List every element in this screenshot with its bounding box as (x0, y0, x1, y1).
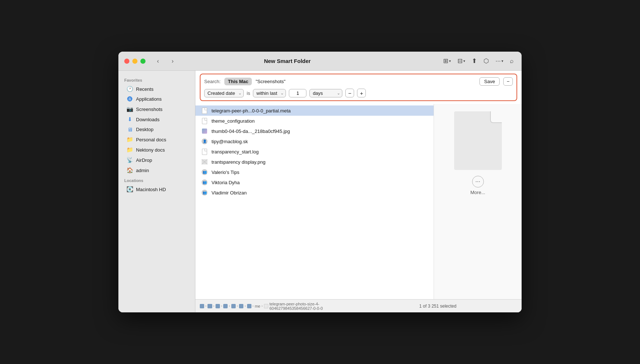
path-filename: telegram-peer-photo-size-4-6046279845358… (269, 302, 358, 311)
filter-value-input[interactable] (289, 89, 306, 97)
filter-attribute-select[interactable]: Created date (204, 89, 244, 97)
chevron-down-icon: ▾ (449, 59, 451, 63)
close-button[interactable] (124, 59, 129, 64)
sidebar-item-label: AirDrop (136, 157, 152, 163)
table-row[interactable]: trantsparency display.png (195, 157, 434, 167)
path-icon-4 (223, 304, 228, 308)
tag-button[interactable]: ⬡ (481, 56, 491, 66)
share-button[interactable]: ⬆ (470, 56, 479, 66)
path-arrow: › (261, 304, 262, 308)
nektony-docs-icon: 📁 (126, 146, 133, 153)
sidebar-item-screenshots[interactable]: 📷 Screenshots (121, 104, 193, 114)
file-icon (201, 128, 208, 134)
filter-remove-button[interactable]: − (345, 89, 354, 97)
search-row-1: Search: This Mac "Screenshots" Save − (204, 77, 513, 86)
view-icon: ⊞ (443, 57, 448, 65)
file-icon (201, 107, 208, 114)
sidebar-item-label: Macintosh HD (136, 187, 166, 192)
file-name: trantsparency display.png (212, 159, 265, 165)
sidebar-item-macintosh-hd[interactable]: 💽 Macintosh HD (121, 184, 193, 194)
main-content: Search: This Mac "Screenshots" Save − Cr… (195, 71, 522, 312)
filter-unit-select[interactable]: days (309, 89, 342, 97)
table-row[interactable]: 👥 Viktoria Dyha (195, 177, 434, 187)
sidebar-item-label: Screenshots (136, 107, 162, 112)
path-segment: › › › › › › › me › (200, 302, 358, 311)
table-row[interactable]: 👤 tipy@macblog.sk (195, 136, 434, 146)
minimize-button[interactable] (132, 59, 137, 64)
preview-more-button[interactable]: ··· More... (470, 176, 485, 195)
preview-icon (454, 111, 502, 170)
sidebar-item-label: Desktop (136, 127, 154, 132)
sidebar-item-downloads[interactable]: ⬇ Downloads (121, 114, 193, 125)
sidebar-item-applications[interactable]: 🅐 Applications (121, 94, 193, 104)
filter-add-button[interactable]: + (357, 89, 366, 97)
more-icon: ··· (472, 176, 484, 187)
sidebar-item-nektony-docs[interactable]: 📁 Nektony docs (121, 145, 193, 155)
save-button[interactable]: Save (479, 77, 500, 86)
status-text: 1 of 3 251 selected (358, 304, 517, 309)
path-icon-7 (247, 304, 251, 308)
file-name: tipy@macblog.sk (212, 139, 248, 144)
airdrop-icon: 📡 (126, 157, 133, 163)
screenshots-icon: 📷 (126, 106, 133, 112)
path-arrow: › (244, 304, 246, 308)
search-button[interactable]: ⌕ (508, 56, 516, 66)
filter-unit-wrap: days (309, 89, 342, 97)
file-name: transparency_start.log (212, 149, 259, 155)
titlebar: ‹ › New Smart Folder ⊞ ▾ ⊟ ▾ ⬆ ⬡ ··· ▾ (118, 52, 522, 71)
desktop-icon: 🖥 (126, 126, 133, 133)
path-icon-file (264, 304, 268, 308)
table-row[interactable]: 👥 Vladimir Obrizan (195, 187, 434, 198)
path-icon-2 (207, 304, 212, 308)
file-icon (201, 159, 208, 165)
group-by-button[interactable]: ⊟ ▾ (455, 56, 467, 66)
more-actions-button[interactable]: ··· ▾ (493, 56, 505, 66)
toolbar-actions: ⊞ ▾ ⊟ ▾ ⬆ ⬡ ··· ▾ ⌕ (441, 56, 516, 66)
recents-icon: 🕐 (126, 86, 133, 92)
file-icon: 👥 (201, 179, 208, 186)
table-row[interactable]: theme_configuration (195, 116, 434, 126)
window-body: Favorites 🕐 Recents 🅐 Applications 📷 Scr… (118, 71, 522, 312)
path-arrow: › (229, 304, 230, 308)
sidebar-item-label: admin (136, 168, 149, 173)
table-row[interactable]: telegram-peer-ph...0-0-0_partial.meta (195, 105, 434, 116)
filter-condition-wrap: within last (253, 89, 286, 97)
more-label: More... (470, 190, 485, 195)
file-name: Valerio's Tips (212, 170, 239, 175)
admin-icon: 🏠 (126, 167, 133, 174)
path-arrow: › (221, 304, 222, 308)
path-icon-5 (231, 304, 236, 308)
table-row[interactable]: thumb0-04-05-da..._218ba0cf945.jpg (195, 126, 434, 136)
search-scope-button[interactable]: This Mac (224, 78, 252, 85)
path-segment-me: me (255, 304, 260, 308)
chevron-down-icon3: ▾ (501, 59, 503, 63)
sidebar-item-recents[interactable]: 🕐 Recents (121, 84, 193, 94)
sidebar-item-personal-docs[interactable]: 📁 Personal docs (121, 134, 193, 145)
filter-condition-select[interactable]: within last (253, 89, 286, 97)
sidebar-item-airdrop[interactable]: 📡 AirDrop (121, 155, 193, 165)
sidebar-item-label: Recents (136, 86, 154, 92)
window-title: New Smart Folder (138, 58, 437, 64)
preview-panel: ··· More... (434, 104, 522, 299)
locations-header: Locations (118, 175, 195, 184)
file-name: Vladimir Obrizan (212, 190, 247, 196)
file-list: telegram-peer-ph...0-0-0_partial.meta th… (195, 104, 434, 299)
path-arrow: › (253, 304, 254, 308)
filter-attribute-wrap: Created date (204, 89, 244, 97)
table-row[interactable]: transparency_start.log (195, 146, 434, 157)
file-name: telegram-peer-ph...0-0-0_partial.meta (212, 108, 291, 114)
favorites-header: Favorites (118, 75, 195, 84)
search-label: Search: (204, 79, 221, 84)
statusbar: › › › › › › › me › (195, 299, 522, 312)
view-switcher-button[interactable]: ⊞ ▾ (441, 56, 453, 66)
file-icon: 👥 (201, 169, 208, 175)
tag-icon: ⬡ (483, 57, 489, 65)
hd-icon: 💽 (126, 186, 133, 193)
table-row[interactable]: 👥 Valerio's Tips (195, 167, 434, 177)
sidebar-item-desktop[interactable]: 🖥 Desktop (121, 125, 193, 134)
path-icon-3 (216, 304, 220, 308)
search-minus-button[interactable]: − (503, 77, 513, 86)
sidebar-item-label: Downloads (136, 117, 159, 122)
sidebar-item-admin[interactable]: 🏠 admin (121, 165, 193, 175)
file-icon (201, 118, 208, 124)
